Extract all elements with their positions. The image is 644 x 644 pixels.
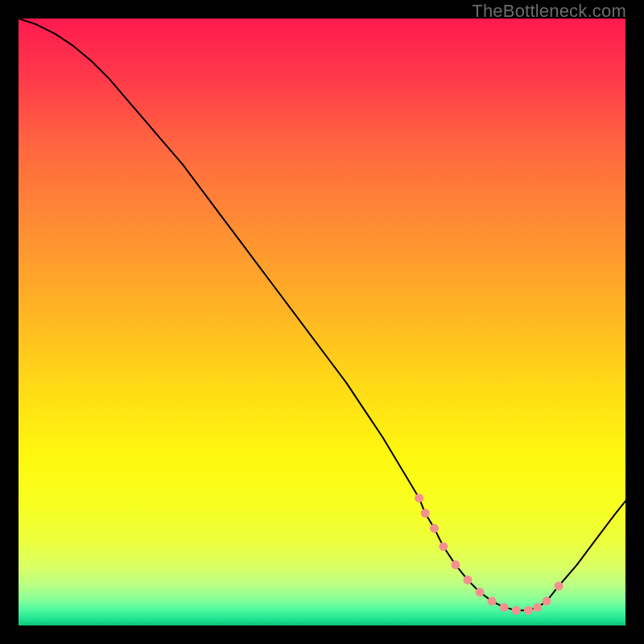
chart-marker [542, 597, 551, 605]
chart-marker [439, 542, 448, 551]
watermark-label: TheBottleneck.com [472, 1, 626, 22]
chart-background [19, 19, 625, 625]
chart-frame: TheBottleneck.com [0, 0, 644, 644]
chart-marker [451, 560, 460, 569]
chart-marker [500, 603, 509, 612]
chart-marker [488, 597, 497, 605]
chart-marker [512, 606, 521, 615]
chart-marker [421, 509, 430, 518]
chart-marker [533, 603, 542, 612]
chart-marker [555, 581, 564, 590]
chart-plot [19, 19, 625, 625]
chart-marker [415, 493, 423, 502]
chart-marker [524, 606, 533, 615]
chart-marker [463, 576, 472, 584]
chart-canvas [19, 19, 625, 625]
chart-marker [476, 588, 485, 597]
chart-marker [430, 524, 439, 533]
